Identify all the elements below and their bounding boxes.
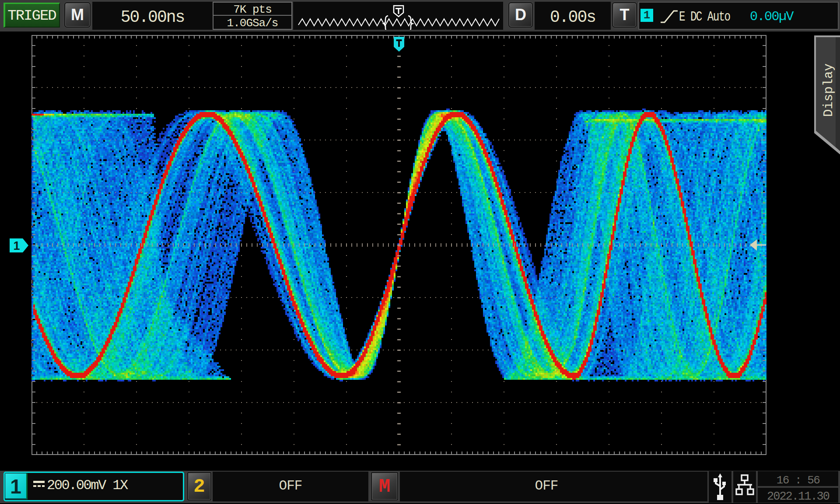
svg-text:1: 1 — [13, 239, 20, 252]
svg-text:Display: Display — [822, 63, 836, 117]
